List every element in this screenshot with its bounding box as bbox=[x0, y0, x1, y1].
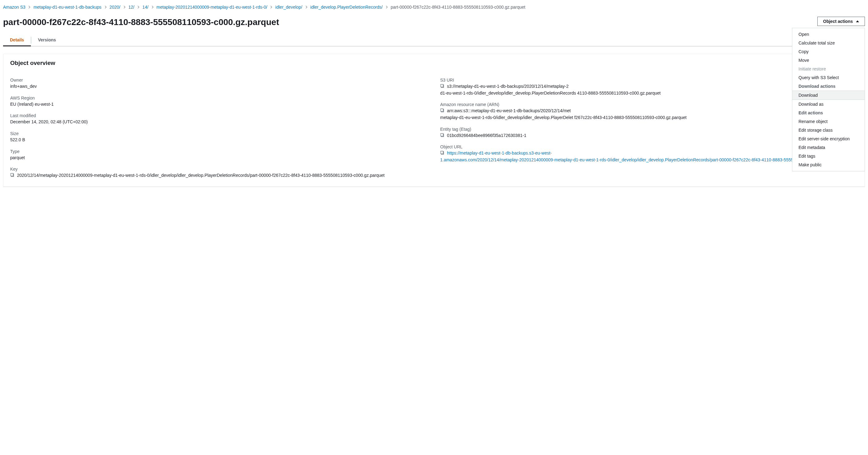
copy-icon[interactable] bbox=[440, 84, 444, 88]
chevron-right-icon bbox=[135, 5, 141, 9]
key-value: 2020/12/14/metaplay-20201214000009-metap… bbox=[17, 172, 384, 179]
tabs: Details Versions bbox=[3, 34, 865, 46]
menu-section-edit: Edit actions bbox=[792, 109, 865, 117]
svg-rect-5 bbox=[441, 109, 443, 112]
chevron-right-icon bbox=[27, 5, 32, 9]
menu-section-download: Download actions bbox=[792, 82, 865, 91]
object-url-value-line1[interactable]: https://metaplay-d1-eu-west-1-db-backups… bbox=[447, 150, 552, 157]
panel-title: Object overview bbox=[10, 60, 858, 66]
page-title: part-00000-f267c22c-8f43-4110-8883-55550… bbox=[3, 17, 817, 28]
last-modified-value: December 14, 2020, 02:48 (UTC+02:00) bbox=[10, 119, 428, 125]
svg-rect-7 bbox=[441, 134, 443, 136]
copy-icon[interactable] bbox=[10, 173, 14, 177]
chevron-right-icon bbox=[304, 5, 309, 9]
menu-item-initiate-restore: Initiate restore bbox=[792, 65, 865, 73]
menu-item-open[interactable]: Open bbox=[792, 30, 865, 39]
breadcrumb-item-2020[interactable]: 2020/ bbox=[110, 4, 121, 10]
menu-item-make-public[interactable]: Make public bbox=[792, 161, 865, 169]
menu-item-rename[interactable]: Rename object bbox=[792, 117, 865, 126]
region-value: EU (Ireland) eu-west-1 bbox=[10, 101, 428, 108]
menu-item-download-as[interactable]: Download as bbox=[792, 100, 865, 109]
menu-item-query-s3-select[interactable]: Query with S3 Select bbox=[792, 73, 865, 82]
breadcrumb-item-snapshot[interactable]: metaplay-20201214000009-metaplay-d1-eu-w… bbox=[157, 4, 268, 10]
svg-rect-1 bbox=[11, 173, 13, 176]
chevron-right-icon bbox=[103, 5, 108, 9]
object-overview-panel: Object overview Owner info+aws_dev AWS R… bbox=[3, 54, 865, 187]
chevron-right-icon bbox=[150, 5, 155, 9]
key-label: Key bbox=[10, 167, 428, 172]
breadcrumb-item-idler-develop[interactable]: idler_develop/ bbox=[275, 4, 302, 10]
breadcrumb-item-14[interactable]: 14/ bbox=[143, 4, 148, 10]
arn-value-line1: arn:aws:s3:::metaplay-d1-eu-west-1-db-ba… bbox=[447, 108, 571, 114]
svg-rect-9 bbox=[441, 151, 443, 154]
breadcrumb-item-deletion-records[interactable]: idler_develop.PlayerDeletionRecords/ bbox=[310, 4, 383, 10]
last-modified-label: Last modified bbox=[10, 113, 428, 118]
tab-versions[interactable]: Versions bbox=[31, 34, 63, 46]
tab-details[interactable]: Details bbox=[3, 34, 31, 46]
size-value: 522.0 B bbox=[10, 137, 428, 143]
chevron-right-icon bbox=[269, 5, 274, 9]
copy-icon[interactable] bbox=[440, 108, 444, 113]
menu-item-edit-metadata[interactable]: Edit metadata bbox=[792, 143, 865, 152]
menu-item-download[interactable]: Download bbox=[792, 91, 865, 100]
menu-item-move[interactable]: Move bbox=[792, 56, 865, 65]
breadcrumb-item-bucket[interactable]: metaplay-d1-eu-west-1-db-backups bbox=[33, 4, 101, 10]
menu-item-calculate-size[interactable]: Calculate total size bbox=[792, 39, 865, 47]
menu-item-edit-sse[interactable]: Edit server-side encryption bbox=[792, 135, 865, 143]
menu-item-copy[interactable]: Copy bbox=[792, 47, 865, 56]
owner-value: info+aws_dev bbox=[10, 83, 428, 90]
type-label: Type bbox=[10, 149, 428, 154]
copy-icon[interactable] bbox=[440, 150, 444, 155]
breadcrumb: Amazon S3 metaplay-d1-eu-west-1-db-backu… bbox=[3, 3, 865, 12]
etag-value: 01bcd9266484bee8966f35a172630381-1 bbox=[447, 132, 526, 139]
type-value: parquet bbox=[10, 154, 428, 161]
region-label: AWS Region bbox=[10, 95, 428, 101]
size-label: Size bbox=[10, 131, 428, 136]
object-actions-menu: Open Calculate total size Copy Move Init… bbox=[792, 28, 865, 171]
object-actions-label: Object actions bbox=[823, 19, 853, 24]
overview-left-column: Owner info+aws_dev AWS Region EU (Irelan… bbox=[10, 72, 428, 179]
breadcrumb-item-12[interactable]: 12/ bbox=[128, 4, 134, 10]
object-actions-button[interactable]: Object actions bbox=[817, 17, 865, 26]
menu-item-edit-storage-class[interactable]: Edit storage class bbox=[792, 126, 865, 135]
breadcrumb-item-current: part-00000-f267c22c-8f43-4110-8883-55550… bbox=[391, 4, 525, 10]
object-url-value-rest[interactable]: 1.amazonaws.com/2020/12/14/metaplay-2020… bbox=[440, 157, 845, 162]
breadcrumb-item-s3[interactable]: Amazon S3 bbox=[3, 4, 25, 10]
menu-item-edit-tags[interactable]: Edit tags bbox=[792, 152, 865, 161]
s3-uri-value-line1: s3://metaplay-d1-eu-west-1-db-backups/20… bbox=[447, 83, 569, 90]
chevron-right-icon bbox=[122, 5, 127, 9]
chevron-right-icon bbox=[384, 5, 390, 9]
caret-up-icon bbox=[856, 20, 859, 22]
owner-label: Owner bbox=[10, 78, 428, 83]
svg-rect-3 bbox=[441, 84, 443, 87]
copy-icon[interactable] bbox=[440, 133, 444, 137]
